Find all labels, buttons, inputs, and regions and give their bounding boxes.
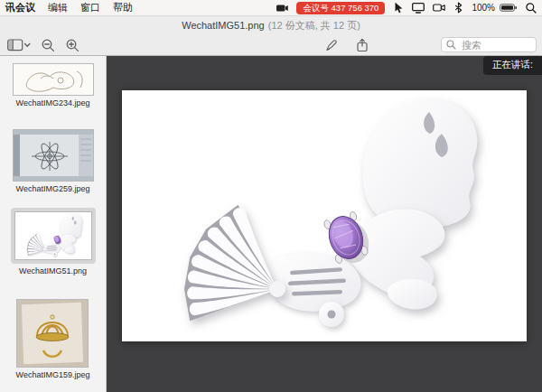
spotlight-icon[interactable] [526,3,537,14]
image-canvas [122,90,527,341]
sidebar-item-wechatimg259[interactable]: WechatIMG259.jpeg [13,129,94,193]
thumbnail-sidebar: WechatIMG234.jpeg [0,56,107,392]
toolbar [0,34,542,56]
menu-window[interactable]: 窗口 [80,1,100,14]
battery-icon[interactable] [500,3,518,13]
image-viewer: 正在讲话: [107,56,542,392]
zoom-out-button[interactable] [42,39,55,52]
thumbnail-cad [13,129,94,182]
sidebar-item-wechatimg234[interactable]: WechatIMG234.jpeg [13,63,94,107]
share-button[interactable] [356,38,369,52]
display-icon[interactable] [412,2,425,14]
sidebar-view-button[interactable] [7,39,31,52]
zoom-in-button[interactable] [66,39,79,52]
thumbnail-label: WechatIMG51.png [19,266,87,275]
window-content: WechatIMG234.jpeg [0,56,542,392]
video-camera-icon[interactable] [433,3,445,13]
thumbnail-label: WechatIMG234.jpeg [16,98,90,107]
search-input[interactable] [460,39,531,51]
app-menu[interactable]: 讯会议 [5,1,35,14]
butterfly-jewelry-render [122,90,527,341]
thumbnail-label: WechatIMG159.jpeg [16,370,90,379]
search-field[interactable] [441,37,537,52]
menu-help[interactable]: 帮助 [113,1,133,14]
thumbnail-label: WechatIMG259.jpeg [16,184,90,193]
window-title: WechatIMG51.png [182,20,265,31]
battery-percent: 100% [472,3,495,13]
sidebar-item-wechatimg159[interactable]: WechatIMG159.jpeg [16,299,90,379]
thumbnail-butterfly [14,211,92,260]
pointer-icon[interactable] [393,2,404,14]
speaking-overlay: 正在讲话: [483,56,542,75]
menu-bar-status-area: 会议号 437 756 370 100% [276,2,537,14]
menu-edit[interactable]: 编辑 [48,1,68,14]
selected-thumbnail-highlight [11,208,96,264]
window-titlebar: WechatIMG51.png (12 份文稿, 共 12 页) [0,16,542,34]
markup-pen-button[interactable] [324,38,338,52]
document-count: (12 份文稿, 共 12 页) [268,19,360,33]
thumbnail-gold-jewelry [16,299,89,368]
bluetooth-icon[interactable] [453,2,463,14]
search-icon [446,40,456,50]
meeting-camera-icon[interactable] [276,3,288,14]
menu-bar: 讯会议 编辑 窗口 帮助 会议号 437 756 370 100% [0,0,542,16]
sidebar-item-wechatimg51[interactable]: WechatIMG51.png [11,208,96,275]
meeting-number-badge[interactable]: 会议号 437 756 370 [296,2,385,14]
thumbnail-sketch [13,63,94,96]
